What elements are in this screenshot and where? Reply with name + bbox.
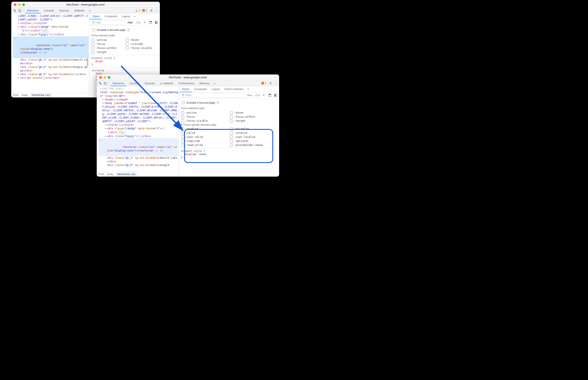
dom-line[interactable]: <!DOCTYPE html>: [98, 87, 178, 91]
dom-line[interactable]: <div class="gb_K" ng-non-bindable>Google: [98, 163, 178, 167]
state-focus-within[interactable]: :focus-within: [230, 115, 277, 118]
layout-toggle-icon[interactable]: [274, 93, 278, 97]
inspect-icon[interactable]: [98, 81, 102, 85]
state-required[interactable]: :required: [181, 139, 228, 143]
zoom-icon[interactable]: [108, 76, 110, 79]
settings-icon[interactable]: [268, 81, 273, 85]
dom-line[interactable]: ▸<div class="Fgvgjc">⋯</div>: [13, 33, 89, 36]
minimize-icon[interactable]: [104, 76, 106, 79]
ellipsis-icon[interactable]: ⋯: [118, 124, 121, 126]
subtab-event-listeners[interactable]: Event Listeners: [222, 86, 246, 92]
tab-console[interactable]: Console: [42, 8, 56, 13]
flex-badge[interactable]: flex: [41, 29, 48, 33]
styles-content[interactable]: Emulate a focused page ? Force element s…: [179, 98, 279, 177]
tab-sources[interactable]: Sources: [57, 8, 71, 13]
layout-toggle-icon[interactable]: [154, 20, 159, 25]
tab-console[interactable]: Console: [127, 80, 142, 86]
zoom-icon[interactable]: [22, 3, 25, 6]
issues-badge[interactable]: !2: [142, 9, 147, 12]
tab-performance[interactable]: Performance: [177, 80, 196, 86]
hov-toggle[interactable]: :hov: [127, 21, 133, 24]
dom-line[interactable]: LIENT;JL9QDc:.CLIENT;kWlxhc:.CLIENT;qGMT…: [13, 14, 89, 21]
computed-toggle-icon[interactable]: [148, 20, 153, 25]
scrollbar-thumb[interactable]: [87, 58, 88, 67]
overflow-tabs-icon[interactable]: »: [87, 8, 92, 13]
state-disabled[interactable]: :disabled: [230, 127, 277, 131]
device-icon[interactable]: [103, 81, 107, 85]
subtab-computed[interactable]: Computed: [192, 86, 209, 92]
ellipsis-icon[interactable]: ⋯: [27, 30, 31, 32]
subtab-layout[interactable]: Layout: [120, 13, 132, 19]
dom-line[interactable]: ▸<script nonce>⋯</script>: [13, 76, 89, 80]
ellipsis-icon[interactable]: ⋯: [73, 73, 77, 76]
state-read-write[interactable]: :read-write: [181, 143, 228, 147]
tab-network[interactable]: Network: [72, 8, 87, 13]
dom-tree-pane[interactable]: LIENT;JL9QDc:.CLIENT;kWlxhc:.CLIENT;qGMT…: [11, 13, 89, 97]
new-rule-icon[interactable]: +: [262, 93, 266, 97]
cls-toggle[interactable]: .cls: [135, 21, 141, 24]
state-valid[interactable]: :valid: [181, 131, 228, 134]
device-icon[interactable]: [18, 8, 22, 13]
overflow-subtabs-icon[interactable]: »: [246, 87, 250, 91]
state-placeholder-shown[interactable]: :placeholder-shown: [230, 143, 277, 147]
tab-elements[interactable]: Elements: [25, 8, 41, 13]
close-icon[interactable]: [99, 76, 102, 79]
issues-badge[interactable]: !1: [262, 82, 266, 85]
crumb-html[interactable]: html: [98, 173, 105, 176]
emulate-focused-row[interactable]: Emulate a focused page ?: [91, 28, 158, 32]
close-icon[interactable]: [14, 3, 16, 6]
dom-line[interactable]: <div class="gb_K" ng-non-bindable>Google…: [13, 65, 89, 73]
minimize-icon[interactable]: [18, 3, 21, 6]
force-specific-header[interactable]: ▸Force specific element state: [181, 123, 277, 126]
state-focus-visible[interactable]: :focus-visible: [181, 119, 228, 122]
state-focus[interactable]: :focus: [91, 42, 124, 46]
flex-badge[interactable]: flex: [118, 131, 125, 134]
settings-icon[interactable]: [149, 8, 154, 13]
help-icon[interactable]: ?: [127, 29, 130, 32]
subtab-layout[interactable]: Layout: [209, 86, 222, 92]
dom-line[interactable]: ▸<div class="L3eUgb" data-hveid= "1">⋯</…: [13, 25, 89, 33]
ellipsis-icon[interactable]: ⋯: [31, 22, 35, 25]
state-visited[interactable]: :visited: [126, 42, 158, 46]
subtab-styles[interactable]: Styles: [180, 86, 192, 92]
dom-line[interactable]: <html itemscope itemtype="http://schema.…: [98, 91, 178, 98]
computed-toggle-icon[interactable]: [268, 93, 272, 97]
state-target[interactable]: :target: [230, 119, 277, 122]
dom-line[interactable]: ▸<div class="Fgvgjc">⋯</div>: [98, 134, 178, 138]
dom-line[interactable]: ▸<div class="L3eUgb" data-hveid="1">⋯ </…: [98, 127, 178, 134]
state-hover[interactable]: :hover: [230, 111, 277, 114]
cls-toggle[interactable]: .cls: [254, 94, 260, 97]
warnings-badge[interactable]: ▲2: [135, 9, 140, 12]
state-focus[interactable]: :focus: [181, 115, 228, 118]
dom-line[interactable]: ▸<style>⋯</style>: [13, 21, 89, 25]
dom-line-selected[interactable]: ••• <textarea class="csi" name="csi" sty…: [98, 138, 178, 156]
state-active[interactable]: :active: [181, 111, 228, 114]
new-rule-icon[interactable]: +: [143, 20, 147, 25]
tab-elements[interactable]: Elements: [110, 80, 126, 86]
help-icon[interactable]: ?: [216, 101, 219, 104]
emulate-checkbox[interactable]: [182, 101, 185, 104]
css-rule[interactable]: element.style { displ }: [91, 56, 158, 66]
kebab-icon[interactable]: ⋮: [274, 81, 278, 85]
dom-line[interactable]: ▾<body jsmodel="hspDDf " jsaction="xjhTI…: [98, 101, 178, 123]
dom-line-selected[interactable]: ••• <textarea class="csi" name="csi" sty…: [13, 36, 89, 58]
subtab-computed[interactable]: Computed: [102, 13, 119, 19]
overflow-subtabs-icon[interactable]: »: [133, 14, 137, 19]
crumb-textarea[interactable]: textarea.csi: [30, 93, 52, 97]
emulate-checkbox[interactable]: [92, 29, 95, 31]
inspect-icon[interactable]: [13, 8, 17, 13]
state-user-valid[interactable]: :user-valid: [181, 135, 228, 138]
filter-input[interactable]: Filter: [180, 93, 245, 98]
state-active[interactable]: :active: [91, 38, 124, 41]
dom-line[interactable]: ▸<style>⋯</style>: [98, 123, 178, 127]
state-enabled[interactable]: :enabled: [181, 127, 228, 131]
dom-tree-pane[interactable]: <!DOCTYPE html> <html itemscope itemtype…: [97, 86, 179, 177]
crumb-html[interactable]: html: [13, 94, 19, 96]
emulate-focused-row[interactable]: Emulate a focused page ?: [181, 101, 277, 105]
filter-input[interactable]: Filter: [90, 20, 125, 25]
overflow-tabs-icon[interactable]: »: [212, 81, 217, 85]
crumb-textarea[interactable]: textarea.csi: [116, 172, 137, 176]
tab-sources[interactable]: Sources: [143, 80, 157, 86]
tab-network[interactable]: ▲ Network: [158, 80, 176, 86]
ellipsis-icon[interactable]: ⋯: [114, 98, 117, 101]
